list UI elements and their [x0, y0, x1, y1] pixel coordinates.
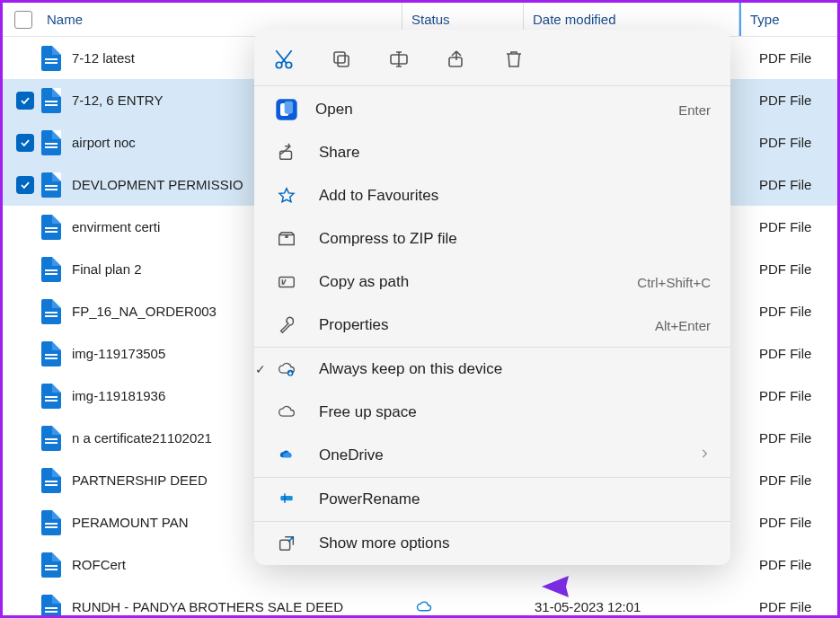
menu-free-label: Free up space: [319, 403, 417, 421]
header-name-label: Name: [47, 12, 83, 27]
pdf-file-icon: [41, 172, 61, 198]
properties-icon: [274, 314, 299, 336]
row-checkbox[interactable]: [16, 92, 34, 110]
pdf-file-icon: [41, 468, 61, 493]
show-more-icon: [274, 533, 299, 554]
file-type: PDF File: [750, 177, 837, 192]
rename-icon[interactable]: [387, 48, 411, 71]
context-menu: Open Enter Share Add to Favourites Compr…: [254, 30, 730, 565]
share-icon[interactable]: [445, 48, 468, 71]
file-status: [413, 599, 535, 615]
star-icon: [274, 185, 299, 207]
svg-rect-10: [279, 278, 295, 287]
menu-fav-label: Add to Favourites: [319, 187, 438, 205]
chevron-right-icon: [698, 446, 711, 464]
header-status-label: Status: [411, 12, 450, 27]
menu-always-keep[interactable]: ✓ Always keep on this device: [254, 348, 730, 391]
pdf-file-icon: [41, 299, 61, 324]
menu-showmore-label: Show more options: [319, 534, 450, 552]
svg-point-0: [276, 62, 282, 68]
menu-keep-label: Always keep on this device: [319, 360, 502, 378]
copy-icon[interactable]: [330, 48, 353, 71]
pdf-file-icon: [41, 341, 61, 366]
context-menu-toolbar: [254, 30, 730, 85]
header-type-label: Type: [750, 12, 780, 27]
file-type: PDF File: [750, 430, 837, 446]
open-app-icon: [274, 99, 299, 120]
menu-open-label: Open: [315, 101, 353, 119]
menu-onedrive[interactable]: OneDrive: [254, 434, 730, 477]
menu-show-more[interactable]: Show more options: [254, 522, 730, 565]
pdf-file-icon: [41, 46, 61, 71]
menu-powerrename-label: PowerRename: [319, 490, 420, 508]
checkmark-icon: ✓: [254, 362, 270, 376]
cloud-keep-icon: [274, 358, 299, 380]
file-name: RUNDH - PANDYA BROTHERS SALE DEED: [72, 599, 413, 614]
file-type: PDF File: [750, 135, 837, 150]
file-type: PDF File: [750, 346, 837, 361]
share-menu-icon: [274, 142, 299, 163]
menu-props-shortcut: Alt+Enter: [655, 318, 711, 333]
column-header-type[interactable]: Type: [739, 3, 837, 36]
menu-properties[interactable]: Properties Alt+Enter: [254, 304, 730, 347]
menu-open-shortcut: Enter: [678, 102, 711, 118]
menu-powerrename[interactable]: PowerRename: [254, 478, 730, 521]
svg-rect-9: [280, 151, 292, 159]
file-type: PDF File: [750, 304, 837, 319]
file-type: PDF File: [750, 50, 837, 66]
svg-point-1: [286, 62, 292, 68]
file-type: PDF File: [750, 599, 837, 614]
file-type: PDF File: [750, 557, 837, 572]
pdf-file-icon: [41, 595, 61, 619]
file-type: PDF File: [750, 261, 837, 277]
file-type: PDF File: [750, 472, 837, 488]
menu-copy-path[interactable]: Copy as path Ctrl+Shift+C: [254, 260, 730, 304]
zip-icon: [274, 228, 299, 250]
menu-copypath-label: Copy as path: [319, 273, 409, 291]
cloud-icon: [274, 402, 299, 423]
menu-zip-label: Compress to ZIP file: [319, 230, 457, 248]
file-type: PDF File: [750, 219, 837, 234]
file-row[interactable]: RUNDH - PANDYA BROTHERS SALE DEED31-05-2…: [3, 586, 837, 618]
menu-props-label: Properties: [319, 316, 388, 334]
header-date-label: Date modified: [533, 12, 616, 27]
pdf-file-icon: [41, 510, 61, 535]
copyaspath-icon: [274, 271, 299, 293]
row-checkbox[interactable]: [16, 134, 34, 152]
pdf-file-icon: [41, 257, 61, 282]
file-date: 31-05-2023 12:01: [535, 599, 750, 614]
pdf-file-icon: [41, 88, 61, 113]
file-type: PDF File: [750, 515, 837, 530]
svg-rect-13: [284, 493, 285, 503]
svg-rect-5: [449, 57, 462, 66]
pdf-file-icon: [41, 426, 61, 451]
row-checkbox[interactable]: [16, 176, 34, 194]
menu-free-space[interactable]: Free up space: [254, 391, 730, 434]
pdf-file-icon: [41, 215, 61, 240]
pdf-file-icon: [41, 384, 61, 409]
select-all-checkbox[interactable]: [14, 11, 32, 29]
onedrive-icon: [274, 445, 299, 466]
file-type: PDF File: [750, 388, 837, 403]
svg-rect-12: [280, 496, 292, 500]
menu-copypath-shortcut: Ctrl+Shift+C: [637, 275, 711, 290]
svg-rect-2: [338, 56, 349, 66]
pdf-file-icon: [41, 552, 61, 578]
file-type: PDF File: [750, 93, 837, 108]
svg-rect-8: [285, 102, 293, 114]
pdf-file-icon: [41, 130, 61, 155]
svg-rect-3: [334, 52, 345, 63]
menu-share-label: Share: [319, 144, 359, 162]
menu-compress-zip[interactable]: Compress to ZIP file: [254, 217, 730, 260]
powerrename-icon: [274, 489, 299, 510]
delete-icon[interactable]: [502, 48, 526, 71]
cut-icon[interactable]: [272, 48, 296, 71]
menu-share[interactable]: Share: [254, 131, 730, 174]
menu-favourites[interactable]: Add to Favourites: [254, 174, 730, 217]
menu-open[interactable]: Open Enter: [254, 86, 730, 131]
menu-onedrive-label: OneDrive: [319, 446, 384, 464]
